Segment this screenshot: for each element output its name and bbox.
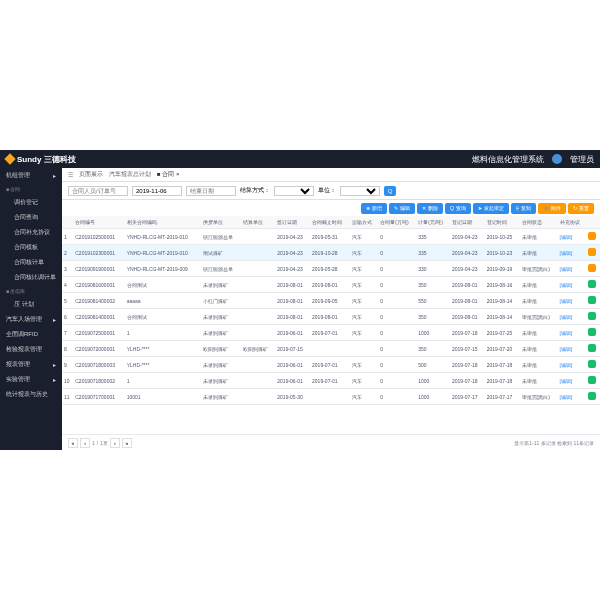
status-badge-icon[interactable] [588,280,596,288]
page-current: 1 [92,440,95,446]
edit-link[interactable]: [编辑] [560,330,573,336]
table-header[interactable]: 运输方式 [350,216,378,229]
bc-item-1[interactable]: 页面展示 [79,170,103,179]
sidebar-inspect[interactable]: 检验报表管理 [0,342,62,357]
table-header[interactable]: 结算单位 [241,216,275,229]
table-row[interactable]: 7C20190725000011未录到煤矿2019-06-012019-07-0… [62,325,600,341]
filter-contract-input[interactable] [68,186,128,196]
filter-unit-select[interactable] [340,186,380,196]
table-row[interactable]: 4C2019081600001合同测试未录到煤矿2019-08-012019-0… [62,277,600,293]
sidebar-item-template[interactable]: 合同模板 [0,240,62,255]
table-header[interactable] [62,216,73,229]
sidebar-item-supplement[interactable]: 合同补充协议 [0,225,62,240]
table-header[interactable]: 合同截止时间 [310,216,350,229]
data-table: 合同编号相关合同编码供货单位结算单位签订日期合同截止时间运输方式合同量(万吨)计… [62,216,600,405]
table-row[interactable]: 8C2019072000001YLHD-****欧阳到煤矿欧阳到煤矿2019-0… [62,341,600,357]
page-next-button[interactable]: › [110,438,120,448]
table-row[interactable]: 2C2019102300001YNHD-RLCG-MT-2019-010测试煤矿… [62,245,600,261]
status-badge-icon[interactable] [588,344,596,352]
home-icon[interactable]: ☰ [68,171,73,178]
table-header[interactable]: 登记时间 [485,216,520,229]
brand-logo-icon [4,153,15,164]
sidebar-item-compare[interactable]: 合同核比调计单 [0,270,62,285]
sidebar-rfid[interactable]: 全国调RFID [0,327,62,342]
sidebar-group-contract[interactable]: ■ 合同 [0,183,62,195]
delete-button[interactable]: ✕ 删除 [417,203,443,214]
table-header[interactable]: 供货单位 [201,216,241,229]
page-prev-button[interactable]: ‹ [80,438,90,448]
bc-item-2[interactable]: 汽车报表总计划 [109,170,151,179]
refresh-button[interactable]: ↻ 重置 [568,203,594,214]
filter-settle-label: 结算方式： [240,186,270,195]
sidebar-car-entry[interactable]: 汽车入场管理▸ [0,312,62,327]
table-row[interactable]: 5C2019081400002aaaaa小红门煤矿2019-08-012019-… [62,293,600,309]
table-row[interactable]: 9C2019071800003YLHD-****未录到煤矿2019-06-012… [62,357,600,373]
edit-link[interactable]: [编辑] [560,394,573,400]
status-badge-icon[interactable] [588,296,596,304]
status-badge-icon[interactable] [588,328,596,336]
status-badge-icon[interactable] [588,376,596,384]
send-button[interactable]: ➤ 发起审定 [473,203,509,214]
sidebar-exp[interactable]: 实验管理▸ [0,372,62,387]
edit-link[interactable]: [编辑] [560,266,573,272]
edit-link[interactable]: [编辑] [560,346,573,352]
edit-link[interactable]: [编辑] [560,250,573,256]
filter-settle-select[interactable] [274,186,314,196]
table-header[interactable]: 登记日期 [450,216,485,229]
user-name: 管理员 [570,154,594,165]
edit-link[interactable]: [编辑] [560,282,573,288]
search-button[interactable]: Q [384,186,396,196]
table-row[interactable]: 10C20190718000021未录到煤矿2019-06-012019-07-… [62,373,600,389]
table-row[interactable]: 1C2019102500001YNHD-RLCG-MT-2019-010镇江能源… [62,229,600,245]
page-first-button[interactable]: « [68,438,78,448]
table-header[interactable]: 签订日期 [275,216,310,229]
table-header[interactable]: 合同状态 [520,216,558,229]
table-header[interactable]: 相关合同编码 [125,216,202,229]
avatar-icon[interactable] [552,154,562,164]
table-footer: « ‹ 1 / 1页 › » 显示第1-11 条记录 检索到 11条记录 [62,434,600,450]
status-badge-icon[interactable] [588,264,596,272]
record-info: 显示第1-11 条记录 检索到 11条记录 [514,440,594,446]
edit-link[interactable]: [编辑] [560,314,573,320]
brand-name: Sundy 三德科技 [17,154,76,165]
table-row[interactable]: 11C201907170000110001未录到煤矿2019-05-30汽车01… [62,389,600,405]
bc-item-3[interactable]: ■ 合同 × [157,170,179,179]
breadcrumb: ☰ 页面展示 汽车报表总计划 ■ 合同 × [62,168,600,182]
edit-button[interactable]: ✎ 编辑 [389,203,415,214]
sidebar-item-contract-query[interactable]: 合同查询 [0,210,62,225]
table-header[interactable] [586,216,600,229]
sidebar-item-plan[interactable]: 压 计划 [0,297,62,312]
brand: Sundy 三德科技 [6,154,76,165]
pager: « ‹ 1 / 1页 › » [68,438,132,448]
status-badge-icon[interactable] [588,248,596,256]
table-row[interactable]: 3C2019091900001YNHD-RLCG-MT-2019-009镇江能源… [62,261,600,277]
sidebar-group-lib[interactable]: ■ 压信库 [0,285,62,297]
table-header[interactable]: 计量(元/吨) [416,216,450,229]
status-badge-icon[interactable] [588,232,596,240]
filter-date-input[interactable] [132,186,182,196]
sidebar-stats[interactable]: 统计报表与历史 [0,387,62,402]
page-last-button[interactable]: » [122,438,132,448]
table-header[interactable]: 合同编号 [73,216,124,229]
sidebar-item-calc[interactable]: 合同核计单 [0,255,62,270]
table-header[interactable]: 合同量(万吨) [378,216,416,229]
filter-unit-label: 单位： [318,186,336,195]
sidebar-top[interactable]: 机组管理▸ [0,168,62,183]
status-badge-icon[interactable] [588,392,596,400]
add-button[interactable]: ⊕ 新增 [361,203,387,214]
sidebar-report[interactable]: 报表管理▸ [0,357,62,372]
copy-button[interactable]: ⎘ 复制 [511,203,536,214]
sidebar-item-price-reg[interactable]: 调价登记 [0,195,62,210]
edit-link[interactable]: [编辑] [560,362,573,368]
edit-link[interactable]: [编辑] [560,234,573,240]
attach-button[interactable]: 📎 附件 [538,203,566,214]
table-row[interactable]: 6C2019081400001合同测试未录到煤矿2019-08-012019-0… [62,309,600,325]
status-badge-icon[interactable] [588,360,596,368]
table-header[interactable]: 补充协议 [558,216,586,229]
status-badge-icon[interactable] [588,312,596,320]
sidebar: 机组管理▸ ■ 合同 调价登记 合同查询 合同补充协议 合同模板 合同核计单 合… [0,168,62,450]
query-button[interactable]: Q 查询 [445,203,471,214]
filter-enddate-input[interactable] [186,186,236,196]
edit-link[interactable]: [编辑] [560,378,573,384]
edit-link[interactable]: [编辑] [560,298,573,304]
